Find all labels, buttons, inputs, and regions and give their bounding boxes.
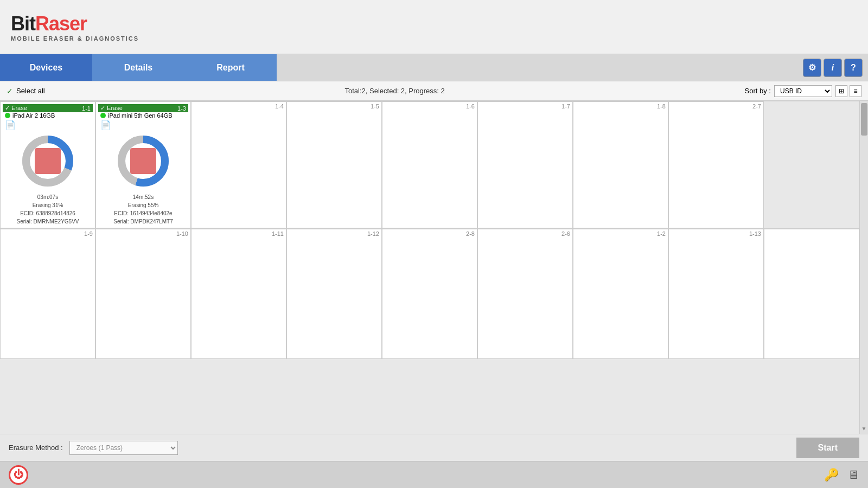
header: BitRaser MOBILE ERASER & DIAGNOSTICS xyxy=(0,0,868,54)
donut-wrapper-1 xyxy=(18,131,78,191)
device-name-1: iPad Air 2 16GB xyxy=(12,112,55,119)
tab-details[interactable]: Details xyxy=(92,54,184,81)
tab-report[interactable]: Report xyxy=(184,54,277,81)
empty-cell-1-5: 1-5 xyxy=(286,101,382,228)
grid-row-1: ✓ Erase 1-1 iPad Air 2 16GB 📄 xyxy=(0,101,859,229)
empty-cell-2-8: 2-8 xyxy=(382,229,477,359)
empty-cell-1-8: 1-8 xyxy=(573,101,668,228)
key-icon: 🔑 xyxy=(824,468,839,482)
device-stats-2: 14m:52s Erasing 55% ECID: 16149434e8402e… xyxy=(98,193,188,226)
grid-view-button[interactable]: ⊞ xyxy=(835,85,847,97)
display-icon: 🖥 xyxy=(847,468,859,482)
bottom-bar: Erasure Method : Zeroes (1 Pass) DoD 522… xyxy=(0,434,868,461)
help-button[interactable]: ? xyxy=(844,59,863,77)
nav-spacer xyxy=(277,54,797,81)
list-view-button[interactable]: ≡ xyxy=(850,85,861,97)
empty-cell-2-6: 2-6 xyxy=(477,229,573,359)
main-area: ✓ Erase 1-1 iPad Air 2 16GB 📄 xyxy=(0,101,868,434)
tab-devices[interactable]: Devices xyxy=(0,54,92,81)
device-stats-1: 03m:07s Erasing 31% ECID: 6388928d14826 … xyxy=(3,193,93,226)
logo-title: BitRaser xyxy=(11,12,139,35)
empty-cell-1-7: 1-7 xyxy=(477,101,573,228)
device-grid: ✓ Erase 1-1 iPad Air 2 16GB 📄 xyxy=(0,101,859,434)
device-cell-1-1[interactable]: ✓ Erase 1-1 iPad Air 2 16GB 📄 xyxy=(0,101,95,228)
start-button[interactable]: Start xyxy=(796,438,859,458)
empty-cell-filler xyxy=(764,229,859,359)
empty-cell-1-4: 1-4 xyxy=(191,101,286,228)
donut-center-2 xyxy=(130,148,156,174)
device-info-row-2: iPad mini 5th Gen 64GB xyxy=(98,112,188,119)
empty-cell-1-12: 1-12 xyxy=(286,229,382,359)
logo: BitRaser MOBILE ERASER & DIAGNOSTICS xyxy=(11,12,139,42)
donut-2 xyxy=(98,131,188,191)
status-bar: ⏻ 🔑 🖥 xyxy=(0,461,868,488)
device-icon-2: 📄 xyxy=(98,119,188,131)
empty-cell-1-2: 1-2 xyxy=(573,229,668,359)
donut-center-1 xyxy=(35,148,61,174)
logo-subtitle: MOBILE ERASER & DIAGNOSTICS xyxy=(11,35,139,42)
status-left: ⏻ xyxy=(9,465,28,485)
device-cell-1-3[interactable]: ✓ Erase 1-3 iPad mini 5th Gen 64GB 📄 xyxy=(95,101,191,228)
empty-cell-1-10: 1-10 xyxy=(95,229,191,359)
nav-icon-group: ⚙ i ? xyxy=(797,54,868,81)
erase-header-1: ✓ Erase 1-1 xyxy=(3,104,93,112)
erase-header-2: ✓ Erase 1-3 xyxy=(98,104,188,112)
toolbar: ✓ Select all Total:2, Selected: 2, Progr… xyxy=(0,81,868,101)
erasure-label: Erasure Method : xyxy=(9,444,63,452)
donut-1 xyxy=(3,131,93,191)
check-icon: ✓ xyxy=(7,87,13,95)
nav-bar: Devices Details Report ⚙ i ? xyxy=(0,54,868,81)
empty-cell-1-13: 1-13 xyxy=(668,229,764,359)
scroll-down-arrow[interactable]: ▼ xyxy=(861,426,867,434)
empty-cell-1-6: 1-6 xyxy=(382,101,477,228)
power-icon: ⏻ xyxy=(14,469,23,480)
status-dot-2 xyxy=(100,113,106,118)
sort-select[interactable]: USB ID Device Name Serial xyxy=(774,85,832,97)
device-icon-1: 📄 xyxy=(3,119,93,131)
grid-row-2: 1-9 1-10 1-11 1-12 2-8 2-6 1-2 1-13 xyxy=(0,229,859,359)
empty-cell-1-9: 1-9 xyxy=(0,229,95,359)
status-text: Total:2, Selected: 2, Progress: 2 xyxy=(50,87,739,95)
power-button[interactable]: ⏻ xyxy=(9,465,28,485)
scroll-thumb[interactable] xyxy=(861,103,867,136)
device-name-2: iPad mini 5th Gen 64GB xyxy=(108,112,173,119)
settings-button[interactable]: ⚙ xyxy=(803,59,821,77)
sort-area: Sort by : USB ID Device Name Serial ⊞ ≡ xyxy=(745,85,861,97)
scrollbar[interactable]: ▼ xyxy=(859,101,868,434)
device-info-row-1: iPad Air 2 16GB xyxy=(3,112,93,119)
empty-cell-1-11: 1-11 xyxy=(191,229,286,359)
view-toggle: ⊞ ≡ xyxy=(835,85,861,97)
status-right: 🔑 🖥 xyxy=(824,468,859,482)
select-all-checkbox[interactable]: ✓ Select all xyxy=(7,87,45,95)
empty-cell-2-7: 2-7 xyxy=(668,101,764,228)
donut-wrapper-2 xyxy=(113,131,173,191)
info-button[interactable]: i xyxy=(824,59,842,77)
status-dot-1 xyxy=(5,113,10,118)
erasure-method-select[interactable]: Zeroes (1 Pass) DoD 5220.22-M (3 Pass) G… xyxy=(69,441,178,455)
